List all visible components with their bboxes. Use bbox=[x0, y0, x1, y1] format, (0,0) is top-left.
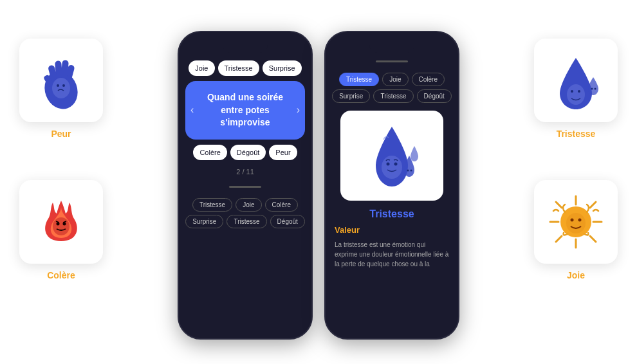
svg-point-6 bbox=[52, 78, 70, 98]
tags-row1: Tristesse Joie Colère bbox=[185, 198, 305, 212]
tags-row2: Surprise Tristesse Dégoût bbox=[185, 215, 305, 228]
svg-point-18 bbox=[571, 90, 573, 93]
next-arrow[interactable]: › bbox=[297, 104, 300, 116]
svg-line-29 bbox=[556, 236, 562, 242]
tag-surprise-2[interactable]: Surprise bbox=[332, 89, 370, 103]
detail-image-box bbox=[340, 111, 443, 201]
option-degout[interactable]: Dégoût bbox=[230, 145, 266, 160]
quiz-bottom-options: Colère Dégoût Peur bbox=[185, 145, 305, 160]
tag-degout-2[interactable]: Dégoût bbox=[417, 89, 452, 103]
detail-description: La tristesse est une émotion qui exprime… bbox=[332, 240, 452, 269]
card-colere bbox=[19, 180, 103, 264]
option-peur[interactable]: Peur bbox=[269, 145, 297, 160]
label-peur: Peur bbox=[19, 129, 103, 139]
phone1-tags: Tristesse Joie Colère Surprise Tristesse… bbox=[185, 198, 305, 228]
svg-line-28 bbox=[590, 202, 596, 208]
svg-point-33 bbox=[578, 219, 582, 222]
svg-point-15 bbox=[407, 170, 409, 172]
option-surprise[interactable]: Surprise bbox=[263, 60, 302, 76]
tristesse-detail-illustration bbox=[350, 117, 434, 194]
label-tristesse: Tristesse bbox=[534, 129, 618, 139]
phone2-tags-row1: Tristesse Joie Colère bbox=[332, 73, 452, 86]
label-colere: Colère bbox=[19, 270, 103, 280]
card-tristesse bbox=[534, 39, 618, 122]
svg-line-27 bbox=[590, 236, 596, 242]
tag-tristesse-3[interactable]: Tristesse bbox=[373, 89, 413, 103]
svg-point-7 bbox=[57, 84, 59, 87]
svg-point-21 bbox=[595, 88, 596, 90]
phone2-tags-row2: Surprise Tristesse Dégoût bbox=[332, 89, 452, 103]
phone1-divider bbox=[229, 186, 261, 188]
phone2-content: Tristesse Joie Colère Surprise Tristesse… bbox=[332, 60, 452, 269]
svg-point-17 bbox=[567, 84, 585, 105]
detail-emotion-name: Tristesse bbox=[369, 208, 414, 220]
quiz-question-box: ‹ Quand une soirée entre potes s'improvi… bbox=[185, 81, 305, 140]
phone2-notch bbox=[369, 42, 414, 53]
phone1-notch bbox=[223, 42, 268, 53]
scene: Peur Colère bbox=[0, 0, 637, 364]
prev-arrow[interactable]: ‹ bbox=[190, 104, 194, 116]
tag-surprise-1[interactable]: Surprise bbox=[185, 215, 223, 228]
card-peur bbox=[19, 39, 103, 122]
svg-point-16 bbox=[411, 170, 412, 172]
svg-point-13 bbox=[387, 163, 390, 166]
phone1: Joie Tristesse Surprise ‹ Quand une soir… bbox=[178, 31, 313, 340]
tag-colere-1[interactable]: Colère bbox=[265, 198, 298, 212]
tag-tristesse-2[interactable]: Tristesse bbox=[226, 215, 266, 228]
joie-card-illustration bbox=[547, 193, 605, 251]
svg-point-31 bbox=[566, 213, 586, 233]
quiz-top-options: Joie Tristesse Surprise bbox=[185, 60, 305, 76]
phone1-content: Joie Tristesse Surprise ‹ Quand une soir… bbox=[185, 60, 305, 228]
phone2-tags: Tristesse Joie Colère Surprise Tristesse… bbox=[332, 73, 452, 103]
label-joie: Joie bbox=[534, 270, 618, 280]
tag-degout-1[interactable]: Dégoût bbox=[270, 215, 305, 228]
svg-point-19 bbox=[578, 90, 580, 93]
option-joie[interactable]: Joie bbox=[189, 60, 214, 76]
tag-joie-2[interactable]: Joie bbox=[382, 73, 408, 86]
svg-point-20 bbox=[591, 88, 593, 90]
detail-section-title: Valeur bbox=[332, 225, 452, 235]
svg-point-14 bbox=[394, 163, 398, 166]
option-tristesse[interactable]: Tristesse bbox=[218, 60, 259, 76]
tag-tristesse-1[interactable]: Tristesse bbox=[192, 198, 232, 212]
colere-illustration bbox=[32, 193, 90, 251]
card-joie bbox=[534, 180, 618, 264]
option-colere[interactable]: Colère bbox=[193, 145, 226, 160]
svg-point-8 bbox=[62, 84, 65, 87]
svg-point-32 bbox=[571, 219, 574, 222]
phone2-divider bbox=[376, 60, 408, 62]
quiz-question-text: Quand une soirée entre potes s'improvise bbox=[194, 91, 296, 129]
tristesse-card-illustration bbox=[547, 51, 605, 109]
svg-point-12 bbox=[382, 156, 402, 179]
peur-illustration bbox=[32, 51, 90, 109]
svg-point-9 bbox=[53, 217, 69, 235]
quiz-counter: 2 / 11 bbox=[236, 168, 254, 176]
tag-tristesse-sel[interactable]: Tristesse bbox=[339, 73, 379, 86]
svg-line-26 bbox=[556, 202, 562, 208]
phones-container: Joie Tristesse Surprise ‹ Quand une soir… bbox=[178, 31, 459, 340]
phone2: Tristesse Joie Colère Surprise Tristesse… bbox=[324, 31, 459, 340]
tag-colere-2[interactable]: Colère bbox=[412, 73, 445, 86]
tag-joie-1[interactable]: Joie bbox=[235, 198, 261, 212]
